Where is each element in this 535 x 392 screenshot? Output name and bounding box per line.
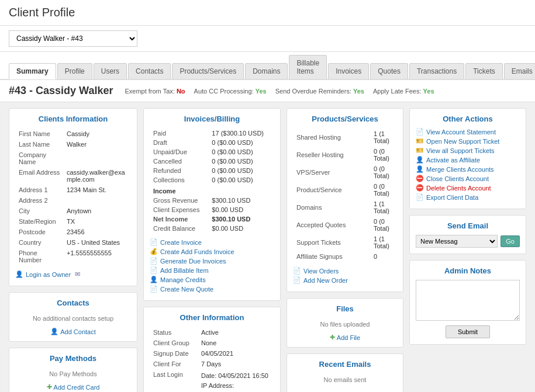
close-clients-account-link[interactable]: ⛔ Close Clients Account bbox=[416, 175, 520, 182]
add-contact-link[interactable]: 👤 Add Contact bbox=[15, 328, 131, 335]
add-file-link[interactable]: ✚ Add File bbox=[293, 334, 397, 341]
all-tickets-icon: 🎫 bbox=[416, 147, 424, 154]
info-country: Country US - United States bbox=[16, 238, 130, 247]
tab-profile[interactable]: Profile bbox=[57, 63, 92, 79]
other-actions-panel: Other Actions 📄 View Account Statement 🎫… bbox=[409, 108, 526, 209]
prod-support-tickets: Support Tickets 1 (1 Total) bbox=[294, 234, 396, 251]
tab-emails[interactable]: Emails bbox=[504, 63, 535, 79]
pay-methods-empty-text: No Pay Methods bbox=[15, 367, 131, 380]
flag-overdue: Send Overdue Reminders: Yes bbox=[275, 88, 364, 95]
delete-clients-account-link[interactable]: ⛔ Delete Clients Account bbox=[416, 184, 520, 192]
email-controls: New Messag Invoice Welcome Email Go bbox=[416, 235, 520, 248]
tab-contacts[interactable]: Contacts bbox=[128, 63, 171, 79]
manage-credits-link[interactable]: 👤 Manage Credits bbox=[150, 276, 274, 283]
flag-exempt-tax-label: Exempt from Tax: bbox=[125, 88, 174, 95]
flag-auto-cc-label: Auto CC Processing: bbox=[194, 88, 254, 95]
billing-gross: Gross Revenue $300.10 USD bbox=[151, 196, 273, 204]
create-quote-icon: 📄 bbox=[150, 285, 158, 293]
view-orders-link[interactable]: 📄 View Orders bbox=[293, 267, 397, 275]
banner-flags: Exempt from Tax: No Auto CC Processing: … bbox=[125, 88, 434, 95]
merge-icon: 👤 bbox=[416, 165, 424, 173]
recent-emails-panel: Recent Emails No emails sent bbox=[287, 353, 403, 392]
login-as-owner-link[interactable]: 👤 Login as Owner ✉ bbox=[15, 270, 131, 278]
tab-tickets[interactable]: Tickets bbox=[465, 63, 503, 79]
info-address1: Address 1 1234 Main St. bbox=[16, 185, 130, 195]
view-orders-icon: 📄 bbox=[293, 267, 301, 275]
other-info-title: Other Information bbox=[150, 313, 274, 322]
flag-auto-cc-value[interactable]: Yes bbox=[256, 88, 267, 95]
client-dropdown[interactable]: Cassidy Walker - #43 bbox=[9, 30, 137, 47]
tab-quotes[interactable]: Quotes bbox=[370, 63, 408, 79]
tab-domains[interactable]: Domains bbox=[245, 63, 288, 79]
billing-collections: Collections 0 ($0.00 USD) bbox=[151, 176, 273, 184]
tab-summary[interactable]: Summary bbox=[9, 63, 56, 79]
affiliate-icon: 👤 bbox=[416, 156, 424, 164]
email-type-select[interactable]: New Messag Invoice Welcome Email bbox=[416, 235, 498, 248]
tab-invoices[interactable]: Invoices bbox=[328, 63, 369, 79]
admin-notes-textarea[interactable] bbox=[416, 280, 520, 321]
info-postcode: Postcode 23456 bbox=[16, 227, 130, 237]
recent-emails-title: Recent Emails bbox=[293, 360, 397, 369]
prod-product-service: Product/Service 0 (0 Total) bbox=[294, 182, 396, 198]
add-new-order-link[interactable]: 📄 Add New Order bbox=[293, 276, 397, 284]
flag-overdue-label: Send Overdue Reminders: bbox=[275, 88, 351, 95]
add-file-icon: ✚ bbox=[330, 334, 335, 341]
delete-account-icon: ⛔ bbox=[416, 184, 424, 192]
middle-left-column: Invoices/Billing Paid 17 ($300.10 USD) D… bbox=[143, 108, 281, 392]
email-icon: ✉ bbox=[75, 270, 80, 278]
clients-info-panel: Clients Information First Name Cassidy L… bbox=[9, 108, 137, 286]
products-services-panel: Products/Services Shared Hosting 1 (1 To… bbox=[287, 108, 403, 292]
tabs-bar: Summary Profile Users Contacts Products/… bbox=[0, 52, 535, 80]
export-client-data-link[interactable]: 📄 Export Client Data bbox=[416, 193, 520, 201]
billing-net-income: Net Income $300.10 USD bbox=[151, 215, 273, 223]
pay-methods-title: Pay Methods bbox=[15, 354, 131, 363]
files-empty-text: No files uploaded bbox=[293, 318, 397, 331]
info-email: Email Address cassidy.walker@example.com bbox=[16, 168, 130, 184]
tab-users[interactable]: Users bbox=[94, 63, 127, 79]
billing-credit: Credit Balance $0.00 USD bbox=[151, 224, 273, 233]
tab-transactions[interactable]: Transactions bbox=[409, 63, 464, 79]
add-billable-icon: 📄 bbox=[150, 266, 158, 274]
merge-clients-link[interactable]: 👤 Merge Clients Accounts bbox=[416, 165, 520, 173]
other-info-panel: Other Information Status Active Client G… bbox=[143, 307, 281, 392]
orders-links: 📄 View Orders 📄 Add New Order bbox=[293, 267, 397, 284]
billing-unpaid: Unpaid/Due 0 ($0.00 USD) bbox=[151, 148, 273, 156]
info-client-for: Client For 7 Days bbox=[151, 359, 273, 369]
activate-affiliate-link[interactable]: 👤 Activate as Affiliate bbox=[416, 156, 520, 164]
add-funds-icon: 💰 bbox=[150, 248, 158, 255]
client-name: #43 - Cassidy Walker bbox=[9, 85, 113, 97]
add-credit-card-link[interactable]: ✚ Add Credit Card bbox=[15, 383, 131, 391]
add-contact-icon: 👤 bbox=[50, 328, 58, 335]
products-table: Shared Hosting 1 (1 Total) Reseller Host… bbox=[293, 128, 397, 262]
prod-affiliate-signups: Affiliate Signups 0 bbox=[294, 252, 396, 261]
flag-exempt-tax-value[interactable]: No bbox=[177, 88, 185, 95]
files-panel: Files No files uploaded ✚ Add File bbox=[287, 298, 403, 348]
create-add-funds-link[interactable]: 💰 Create Add Funds Invoice bbox=[150, 248, 274, 255]
generate-due-icon: 📄 bbox=[150, 257, 158, 265]
create-new-quote-link[interactable]: 📄 Create New Quote bbox=[150, 285, 274, 293]
billing-table: Paid 17 ($300.10 USD) Draft 0 ($0.00 USD… bbox=[150, 128, 274, 234]
add-billable-item-link[interactable]: 📄 Add Billable Item bbox=[150, 266, 274, 274]
create-invoice-link[interactable]: 📄 Create Invoice bbox=[150, 238, 274, 246]
billing-income-header: Income bbox=[151, 185, 273, 195]
send-email-go-button[interactable]: Go bbox=[501, 235, 520, 247]
info-signup-date: Signup Date 04/05/2021 bbox=[151, 349, 273, 358]
view-all-support-tickets-link[interactable]: 🎫 View all Support Tickets bbox=[416, 147, 520, 154]
admin-notes-submit-button[interactable]: Submit bbox=[446, 325, 490, 338]
flag-auto-cc: Auto CC Processing: Yes bbox=[194, 88, 267, 95]
prod-shared-hosting: Shared Hosting 1 (1 Total) bbox=[294, 129, 396, 145]
clients-info-table: First Name Cassidy Last Name Walker Comp… bbox=[15, 128, 131, 266]
tab-products-services[interactable]: Products/Services bbox=[172, 63, 244, 79]
open-support-ticket-link[interactable]: 🎫 Open New Support Ticket bbox=[416, 137, 520, 145]
close-account-icon: ⛔ bbox=[416, 175, 424, 182]
tab-billable-items[interactable]: Billable Items bbox=[289, 55, 327, 79]
flag-overdue-value[interactable]: Yes bbox=[353, 88, 364, 95]
send-email-title: Send Email bbox=[416, 221, 520, 230]
admin-notes-panel: Admin Notes Submit bbox=[409, 260, 526, 345]
billing-paid: Paid 17 ($300.10 USD) bbox=[151, 129, 273, 137]
flag-late-fees-value[interactable]: Yes bbox=[423, 88, 434, 95]
generate-due-invoices-link[interactable]: 📄 Generate Due Invoices bbox=[150, 257, 274, 265]
info-last-login: Last Login Date: 04/05/2021 16:50 IP Add… bbox=[151, 370, 273, 392]
admin-notes-title: Admin Notes bbox=[416, 266, 520, 275]
view-account-statement-link[interactable]: 📄 View Account Statement bbox=[416, 128, 520, 136]
